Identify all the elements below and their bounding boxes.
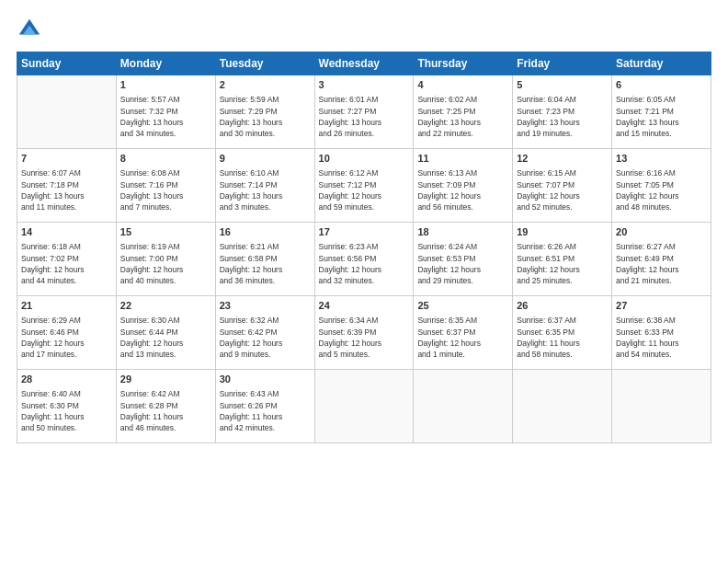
day-number: 25 bbox=[417, 299, 508, 313]
calendar-week-3: 14Sunrise: 6:18 AM Sunset: 7:02 PM Dayli… bbox=[17, 223, 711, 296]
cell-info: Sunrise: 6:37 AM Sunset: 6:35 PM Dayligh… bbox=[517, 315, 608, 360]
logo-icon bbox=[17, 17, 42, 42]
cell-info: Sunrise: 5:59 AM Sunset: 7:29 PM Dayligh… bbox=[220, 94, 311, 139]
calendar-cell: 27Sunrise: 6:38 AM Sunset: 6:33 PM Dayli… bbox=[612, 296, 711, 370]
cell-info: Sunrise: 6:01 AM Sunset: 7:27 PM Dayligh… bbox=[319, 94, 410, 139]
calendar-cell: 29Sunrise: 6:42 AM Sunset: 6:28 PM Dayli… bbox=[116, 370, 215, 443]
cell-info: Sunrise: 6:18 AM Sunset: 7:02 PM Dayligh… bbox=[21, 241, 112, 286]
calendar-header-sunday: Sunday bbox=[17, 52, 117, 75]
calendar-cell: 18Sunrise: 6:24 AM Sunset: 6:53 PM Dayli… bbox=[414, 223, 513, 296]
calendar-cell: 16Sunrise: 6:21 AM Sunset: 6:58 PM Dayli… bbox=[215, 223, 314, 296]
header bbox=[17, 17, 711, 42]
calendar-header-thursday: Thursday bbox=[414, 52, 513, 75]
day-number: 7 bbox=[21, 152, 112, 166]
calendar-cell: 20Sunrise: 6:27 AM Sunset: 6:49 PM Dayli… bbox=[612, 223, 711, 296]
day-number: 27 bbox=[616, 299, 707, 313]
calendar-cell: 14Sunrise: 6:18 AM Sunset: 7:02 PM Dayli… bbox=[17, 223, 117, 296]
day-number: 21 bbox=[21, 299, 112, 313]
day-number: 28 bbox=[21, 373, 112, 386]
calendar-header-monday: Monday bbox=[116, 52, 215, 75]
calendar-cell: 1Sunrise: 5:57 AM Sunset: 7:32 PM Daylig… bbox=[116, 75, 215, 149]
calendar-week-5: 28Sunrise: 6:40 AM Sunset: 6:30 PM Dayli… bbox=[17, 370, 711, 443]
day-number: 29 bbox=[120, 373, 211, 386]
cell-info: Sunrise: 6:34 AM Sunset: 6:39 PM Dayligh… bbox=[319, 315, 410, 360]
day-number: 8 bbox=[120, 152, 211, 166]
day-number: 18 bbox=[417, 225, 508, 239]
day-number: 13 bbox=[616, 152, 707, 166]
calendar-cell: 3Sunrise: 6:01 AM Sunset: 7:27 PM Daylig… bbox=[314, 75, 414, 149]
calendar-cell: 10Sunrise: 6:12 AM Sunset: 7:12 PM Dayli… bbox=[314, 149, 414, 223]
day-number: 19 bbox=[517, 225, 608, 239]
calendar-cell: 6Sunrise: 6:05 AM Sunset: 7:21 PM Daylig… bbox=[612, 75, 711, 149]
calendar-cell: 24Sunrise: 6:34 AM Sunset: 6:39 PM Dayli… bbox=[314, 296, 414, 370]
cell-info: Sunrise: 6:13 AM Sunset: 7:09 PM Dayligh… bbox=[417, 167, 508, 213]
day-number: 24 bbox=[319, 299, 410, 313]
day-number: 20 bbox=[616, 225, 707, 239]
calendar-header-friday: Friday bbox=[513, 52, 612, 75]
logo bbox=[17, 17, 46, 42]
day-number: 2 bbox=[220, 78, 311, 92]
calendar-cell: 9Sunrise: 6:10 AM Sunset: 7:14 PM Daylig… bbox=[215, 149, 314, 223]
calendar-week-1: 1Sunrise: 5:57 AM Sunset: 7:32 PM Daylig… bbox=[17, 75, 711, 149]
cell-info: Sunrise: 6:38 AM Sunset: 6:33 PM Dayligh… bbox=[616, 315, 707, 360]
cell-info: Sunrise: 6:04 AM Sunset: 7:23 PM Dayligh… bbox=[517, 94, 608, 139]
calendar-cell: 7Sunrise: 6:07 AM Sunset: 7:18 PM Daylig… bbox=[17, 149, 117, 223]
calendar-cell bbox=[17, 75, 117, 149]
day-number: 16 bbox=[220, 225, 311, 239]
calendar-cell: 21Sunrise: 6:29 AM Sunset: 6:46 PM Dayli… bbox=[17, 296, 117, 370]
calendar: SundayMondayTuesdayWednesdayThursdayFrid… bbox=[17, 52, 711, 443]
cell-info: Sunrise: 6:43 AM Sunset: 6:26 PM Dayligh… bbox=[220, 388, 311, 433]
calendar-week-4: 21Sunrise: 6:29 AM Sunset: 6:46 PM Dayli… bbox=[17, 296, 711, 370]
cell-info: Sunrise: 6:07 AM Sunset: 7:18 PM Dayligh… bbox=[21, 167, 112, 213]
day-number: 30 bbox=[220, 373, 311, 386]
calendar-header-wednesday: Wednesday bbox=[314, 52, 414, 75]
day-number: 6 bbox=[616, 78, 707, 92]
calendar-cell: 4Sunrise: 6:02 AM Sunset: 7:25 PM Daylig… bbox=[414, 75, 513, 149]
day-number: 1 bbox=[120, 78, 211, 92]
day-number: 12 bbox=[517, 152, 608, 166]
cell-info: Sunrise: 5:57 AM Sunset: 7:32 PM Dayligh… bbox=[120, 94, 211, 139]
cell-info: Sunrise: 6:42 AM Sunset: 6:28 PM Dayligh… bbox=[120, 388, 211, 433]
day-number: 10 bbox=[319, 152, 410, 166]
cell-info: Sunrise: 6:32 AM Sunset: 6:42 PM Dayligh… bbox=[220, 315, 311, 360]
day-number: 14 bbox=[21, 225, 112, 239]
calendar-cell: 2Sunrise: 5:59 AM Sunset: 7:29 PM Daylig… bbox=[215, 75, 314, 149]
day-number: 9 bbox=[220, 152, 311, 166]
calendar-cell bbox=[314, 370, 414, 443]
cell-info: Sunrise: 6:24 AM Sunset: 6:53 PM Dayligh… bbox=[417, 241, 508, 286]
calendar-header-tuesday: Tuesday bbox=[215, 52, 314, 75]
calendar-header-row: SundayMondayTuesdayWednesdayThursdayFrid… bbox=[17, 52, 711, 75]
calendar-cell: 15Sunrise: 6:19 AM Sunset: 7:00 PM Dayli… bbox=[116, 223, 215, 296]
calendar-cell: 8Sunrise: 6:08 AM Sunset: 7:16 PM Daylig… bbox=[116, 149, 215, 223]
day-number: 4 bbox=[417, 78, 508, 92]
cell-info: Sunrise: 6:30 AM Sunset: 6:44 PM Dayligh… bbox=[120, 315, 211, 360]
calendar-cell: 30Sunrise: 6:43 AM Sunset: 6:26 PM Dayli… bbox=[215, 370, 314, 443]
cell-info: Sunrise: 6:40 AM Sunset: 6:30 PM Dayligh… bbox=[21, 388, 112, 433]
cell-info: Sunrise: 6:02 AM Sunset: 7:25 PM Dayligh… bbox=[417, 94, 508, 139]
cell-info: Sunrise: 6:05 AM Sunset: 7:21 PM Dayligh… bbox=[616, 94, 707, 139]
day-number: 5 bbox=[517, 78, 608, 92]
cell-info: Sunrise: 6:27 AM Sunset: 6:49 PM Dayligh… bbox=[616, 241, 707, 286]
calendar-cell: 23Sunrise: 6:32 AM Sunset: 6:42 PM Dayli… bbox=[215, 296, 314, 370]
cell-info: Sunrise: 6:29 AM Sunset: 6:46 PM Dayligh… bbox=[21, 315, 112, 360]
calendar-cell bbox=[612, 370, 711, 443]
cell-info: Sunrise: 6:10 AM Sunset: 7:14 PM Dayligh… bbox=[220, 167, 311, 213]
cell-info: Sunrise: 6:12 AM Sunset: 7:12 PM Dayligh… bbox=[319, 167, 410, 213]
calendar-cell: 17Sunrise: 6:23 AM Sunset: 6:56 PM Dayli… bbox=[314, 223, 414, 296]
page: SundayMondayTuesdayWednesdayThursdayFrid… bbox=[0, 0, 728, 563]
cell-info: Sunrise: 6:35 AM Sunset: 6:37 PM Dayligh… bbox=[417, 315, 508, 360]
calendar-cell: 25Sunrise: 6:35 AM Sunset: 6:37 PM Dayli… bbox=[414, 296, 513, 370]
calendar-cell: 19Sunrise: 6:26 AM Sunset: 6:51 PM Dayli… bbox=[513, 223, 612, 296]
cell-info: Sunrise: 6:15 AM Sunset: 7:07 PM Dayligh… bbox=[517, 167, 608, 213]
day-number: 15 bbox=[120, 225, 211, 239]
day-number: 3 bbox=[319, 78, 410, 92]
day-number: 17 bbox=[319, 225, 410, 239]
calendar-cell: 13Sunrise: 6:16 AM Sunset: 7:05 PM Dayli… bbox=[612, 149, 711, 223]
day-number: 11 bbox=[417, 152, 508, 166]
calendar-week-2: 7Sunrise: 6:07 AM Sunset: 7:18 PM Daylig… bbox=[17, 149, 711, 223]
cell-info: Sunrise: 6:26 AM Sunset: 6:51 PM Dayligh… bbox=[517, 241, 608, 286]
cell-info: Sunrise: 6:16 AM Sunset: 7:05 PM Dayligh… bbox=[616, 167, 707, 213]
cell-info: Sunrise: 6:19 AM Sunset: 7:00 PM Dayligh… bbox=[120, 241, 211, 286]
calendar-cell: 12Sunrise: 6:15 AM Sunset: 7:07 PM Dayli… bbox=[513, 149, 612, 223]
cell-info: Sunrise: 6:08 AM Sunset: 7:16 PM Dayligh… bbox=[120, 167, 211, 213]
